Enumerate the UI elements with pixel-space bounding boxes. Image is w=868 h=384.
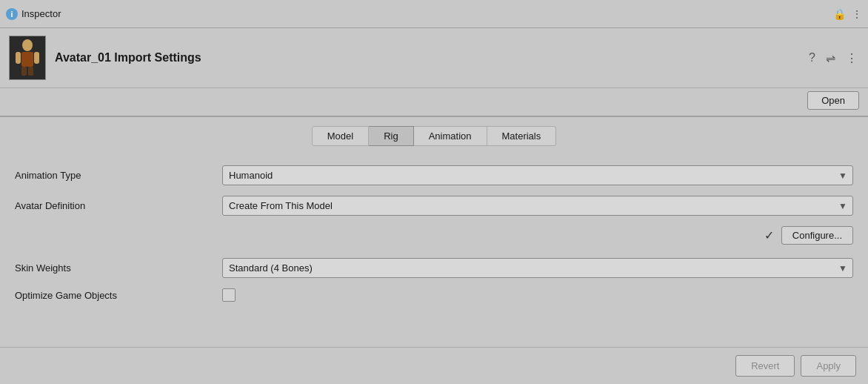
svg-rect-4	[21, 67, 27, 76]
skin-weights-row: Skin Weights Standard (4 Bones) Custom ▼	[15, 258, 853, 278]
svg-rect-3	[34, 52, 39, 64]
check-mark-icon: ✓	[764, 228, 774, 242]
avatar-svg	[14, 39, 41, 77]
configure-row: ✓ Configure...	[15, 226, 853, 245]
open-button[interactable]: Open	[807, 91, 859, 110]
optimize-game-objects-label: Optimize Game Objects	[15, 290, 222, 301]
avatar-definition-label: Avatar Definition	[15, 200, 222, 211]
animation-type-row: Animation Type Humanoid None Legacy Gene…	[15, 165, 853, 185]
skin-weights-select[interactable]: Standard (4 Bones) Custom	[222, 258, 853, 278]
configure-button[interactable]: Configure...	[781, 226, 853, 245]
avatar-definition-row: Avatar Definition Create From This Model…	[15, 196, 853, 216]
inspector-icon: i	[6, 8, 18, 20]
animation-type-label: Animation Type	[15, 170, 222, 181]
revert-button[interactable]: Revert	[735, 355, 795, 377]
header-icons: ? ⇌ ⋮	[807, 50, 859, 67]
apply-button[interactable]: Apply	[801, 355, 856, 377]
animation-type-select-wrapper: Humanoid None Legacy Generic ▼	[222, 165, 853, 185]
avatar-definition-control: Create From This Model Copy From Other A…	[222, 196, 853, 216]
optimize-game-objects-row: Optimize Game Objects	[15, 288, 853, 302]
tab-model[interactable]: Model	[312, 126, 369, 146]
avatar-definition-select-wrapper: Create From This Model Copy From Other A…	[222, 196, 853, 216]
optimize-game-objects-control	[222, 288, 853, 302]
animation-type-control: Humanoid None Legacy Generic ▼	[222, 165, 853, 185]
svg-rect-2	[16, 52, 21, 64]
svg-rect-1	[21, 52, 33, 67]
avatar-definition-select[interactable]: Create From This Model Copy From Other A…	[222, 196, 853, 216]
tab-materials[interactable]: Materials	[487, 126, 557, 146]
inspector-title: Inspector	[21, 8, 61, 19]
bottom-bar: Revert Apply	[0, 347, 868, 384]
tab-rig[interactable]: Rig	[369, 126, 414, 146]
header-area: Avatar_01 Import Settings ? ⇌ ⋮	[0, 28, 868, 88]
lock-icon[interactable]: 🔒	[833, 8, 846, 20]
svg-point-0	[22, 39, 33, 51]
title-more-icon[interactable]: ⋮	[852, 8, 862, 20]
tabs-row: Model Rig Animation Materials	[0, 117, 868, 153]
import-settings-title: Avatar_01 Import Settings	[55, 51, 798, 64]
sliders-button[interactable]: ⇌	[824, 50, 837, 67]
skin-weights-control: Standard (4 Bones) Custom ▼	[222, 258, 853, 278]
animation-type-select[interactable]: Humanoid None Legacy Generic	[222, 165, 853, 185]
help-button[interactable]: ?	[807, 50, 817, 66]
optimize-game-objects-checkbox[interactable]	[222, 288, 236, 302]
svg-rect-5	[28, 67, 33, 76]
avatar-thumbnail	[9, 36, 46, 80]
more-options-button[interactable]: ⋮	[844, 50, 859, 67]
title-bar: i Inspector 🔒 ⋮	[0, 0, 868, 28]
skin-weights-select-wrapper: Standard (4 Bones) Custom ▼	[222, 258, 853, 278]
main-content: Animation Type Humanoid None Legacy Gene…	[0, 153, 868, 324]
open-button-row: Open	[0, 88, 868, 116]
skin-weights-label: Skin Weights	[15, 262, 222, 274]
tab-animation[interactable]: Animation	[414, 126, 487, 146]
